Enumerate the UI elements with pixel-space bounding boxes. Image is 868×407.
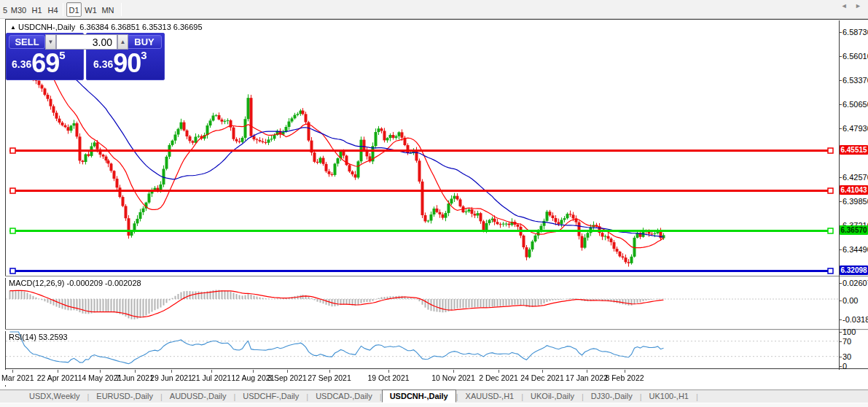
tab-usdchf-[interactable]: USDCHF-,Daily (235, 391, 306, 402)
price-level-badge: 6.45515 (840, 145, 868, 155)
timeframe-button-h1[interactable]: H1 (29, 2, 44, 17)
date-tick-mark (453, 370, 454, 373)
buy-price-big: 90 (113, 48, 141, 78)
buy-button[interactable]: BUY (127, 35, 162, 49)
date-axis[interactable]: 30 Mar 202122 Apr 202114 May 20217 Jun 2… (5, 370, 868, 385)
volume-decrease-button[interactable]: ▼ (45, 34, 56, 50)
timeframe-button-d1[interactable]: D1 (66, 2, 82, 17)
price-level-badge: 6.32098 (840, 265, 868, 275)
chart-symbol-label: USDCNH-,Daily (18, 23, 75, 31)
date-tick-mark (287, 370, 288, 373)
sell-price[interactable]: 6.36695 (12, 48, 66, 79)
macd-tick-label: 0.00 (842, 296, 858, 305)
volume-input[interactable] (56, 34, 117, 50)
buy-price-sup: 3 (141, 49, 146, 61)
macd-tick-mark (839, 319, 842, 320)
rsi-tick-mark (839, 357, 842, 357)
rsi-label: RSI(14) 53.2593 (9, 333, 68, 341)
chart-title: ▲ USDCNH-,Daily 6.36384 6.36851 6.35313 … (10, 23, 203, 31)
pane-bottom-border (5, 368, 868, 369)
tab-scroll-arrows[interactable]: ◄ ► (841, 2, 864, 9)
tab-usdx[interactable]: USDX,Weekly (22, 391, 87, 402)
collapse-arrow-icon[interactable]: ▲ (10, 24, 16, 31)
macd-label: MACD(12,26,9) -0.000209 -0.002028 (9, 279, 141, 287)
tab-usdcnh-[interactable]: USDCNH-,Daily (382, 389, 456, 403)
timeframe-toolbar: 5M30H1H4D1W1MN (0, 0, 868, 19)
bottom-strip (0, 403, 868, 407)
price-tick-mark (839, 104, 842, 105)
price-level-badge: 6.41043 (840, 185, 868, 195)
price-axis-separator (839, 20, 840, 370)
price-tick-label: 6.47930 (842, 124, 868, 133)
sell-button[interactable]: SELL (9, 35, 45, 49)
price-tick-label: 6.58730 (842, 28, 868, 36)
date-label: 19 Oct 2021 (367, 373, 409, 382)
buy-price[interactable]: 6.36903 (93, 48, 147, 79)
date-label: 2 Dec 2021 (479, 373, 518, 382)
timeframe-button-m30[interactable]: M30 (9, 2, 28, 17)
macd-tick-mark (839, 301, 842, 301)
macd-tick-mark (839, 283, 842, 284)
date-tick-mark (211, 370, 212, 373)
sell-price-small: 6.36 (12, 58, 31, 70)
tab-dj30-[interactable]: DJ30-,Daily (584, 391, 640, 402)
sell-price-big: 69 (31, 48, 59, 78)
date-label: 17 Jan 2022 (566, 373, 608, 382)
date-label: 22 Apr 2021 (37, 373, 79, 382)
toolbar-separator (121, 3, 122, 16)
timeframe-button-5[interactable]: 5 (1, 2, 9, 17)
date-tick-mark (542, 370, 543, 373)
rsi-tick-label: 100 (842, 327, 856, 336)
price-tick-mark (839, 32, 842, 33)
date-label: 3 Sep 2021 (267, 373, 307, 382)
tab-uk100-[interactable]: UK100-,H1 (642, 391, 696, 402)
rsi-pane[interactable] (6, 331, 839, 368)
volume-increase-button[interactable]: ▲ (117, 34, 128, 50)
date-label: 29 Jun 2021 (150, 373, 192, 382)
price-tick-label: 6.50650 (842, 100, 868, 109)
tab-xauusd-[interactable]: XAUUSD-,H1 (458, 391, 522, 402)
date-tick-mark (329, 370, 330, 373)
date-label: 24 Dec 2021 (520, 373, 564, 382)
date-tick-mark (388, 370, 389, 373)
price-level-badge: 6.36570 (840, 225, 868, 235)
date-tick-mark (12, 370, 13, 373)
price-tick-mark (839, 201, 842, 202)
date-tick-mark (498, 370, 499, 373)
price-tick-mark (839, 80, 842, 81)
rsi-tick-label: 70 (842, 337, 851, 346)
date-tick-mark (171, 370, 172, 373)
triangle-up-icon: ▲ (120, 39, 126, 45)
macd-tick-label: 0.02607 (842, 279, 868, 287)
tab-eurusd-[interactable]: EURUSD-,Daily (89, 391, 160, 402)
macd-tick-label: -0.03187 (842, 315, 868, 324)
price-tick-label: 6.53370 (842, 76, 868, 85)
terminal-window: 5M30H1H4D1W1MN ▲ USDCNH-,Daily 6.36384 6… (0, 0, 868, 407)
tab-usdcad-[interactable]: USDCAD-,Daily (308, 391, 380, 402)
date-label: 21 Jul 2021 (192, 373, 231, 382)
timeframe-button-mn[interactable]: MN (100, 2, 116, 17)
date-tick-mark (58, 370, 58, 373)
price-tick-label: 6.56010 (842, 52, 868, 61)
timeframe-button-w1[interactable]: W1 (83, 2, 98, 17)
tab-ukoil-[interactable]: UKOil-,Daily (523, 391, 582, 402)
rsi-tick-mark (839, 332, 842, 333)
buy-price-small: 6.36 (93, 58, 113, 70)
timeframe-button-h4[interactable]: H4 (45, 2, 60, 17)
rsi-tick-mark (839, 341, 842, 342)
date-tick-mark (135, 370, 136, 373)
date-label: 8 Feb 2022 (605, 373, 644, 382)
tab-audusd-[interactable]: AUDUSD-,Daily (163, 391, 234, 402)
price-tick-label: 6.42570 (842, 173, 868, 182)
date-tick-mark (587, 370, 587, 373)
price-tick-mark (839, 249, 842, 250)
date-label: 7 Jun 2021 (116, 373, 154, 382)
price-tick-mark (839, 177, 842, 178)
chart-window-border-top (5, 19, 868, 20)
price-tick-label: 6.34490 (842, 245, 868, 254)
chart-ohlc-values: 6.36384 6.36851 6.35313 6.36695 (79, 23, 202, 31)
date-tick-mark (625, 370, 625, 373)
price-tick-mark (839, 56, 842, 57)
date-tick-mark (100, 370, 101, 373)
toolbar-separator (63, 3, 63, 16)
